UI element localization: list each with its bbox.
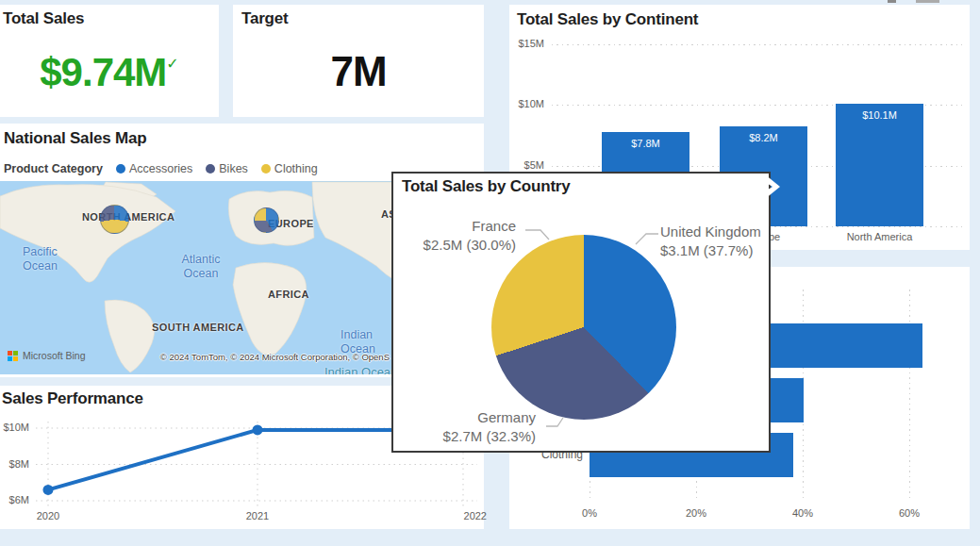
x-tick-label: 2020 xyxy=(25,510,72,521)
microsoft-logo-icon xyxy=(8,351,18,361)
bar-data-label: $7.8M xyxy=(602,138,689,149)
legend-item-bikes[interactable]: Bikes xyxy=(219,162,248,175)
x-tick-label: 20% xyxy=(673,507,720,519)
total-sales-value: $9.74M✓ xyxy=(0,50,219,95)
map-label-pacific-ocean: Pacific Ocean xyxy=(23,245,75,273)
y-tick-label: $6M xyxy=(0,494,29,505)
gridline xyxy=(552,44,962,45)
bing-logo[interactable]: Microsoft Bing xyxy=(8,350,86,361)
bar-data-label: $10.1M xyxy=(836,109,923,121)
map-label-south-america: SOUTH AMERICA xyxy=(152,322,244,333)
chevron-right-icon[interactable] xyxy=(764,173,783,203)
legend-dot-accessories xyxy=(116,164,125,174)
x-tick-label: 40% xyxy=(779,507,826,519)
x-tick-label: 0% xyxy=(566,507,613,519)
sales-map-title: National Sales Map xyxy=(4,129,146,148)
pie-slice-label-france: France$2.5M (30.0%) xyxy=(424,217,516,255)
visual-header-icon[interactable] xyxy=(916,0,939,3)
map-label-africa: AFRICA xyxy=(268,289,309,300)
dashboard-canvas: Total Sales $9.74M✓ Target 7M National S… xyxy=(0,0,980,546)
x-tick-label: 2021 xyxy=(234,510,281,521)
continent-bar-North America[interactable] xyxy=(836,104,923,226)
target-card[interactable]: Target 7M xyxy=(233,5,484,117)
map-label-indian-ocean-cropped: Indian Ocean xyxy=(324,365,397,374)
legend-dot-bikes xyxy=(206,164,215,174)
legend-item-accessories[interactable]: Accessories xyxy=(129,162,192,175)
bing-provider-label: Microsoft Bing xyxy=(23,350,86,361)
legend-dot-clothing xyxy=(261,164,271,174)
target-value: 7M xyxy=(233,48,484,95)
x-tick-label: 60% xyxy=(886,507,933,519)
goal-met-check-icon: ✓ xyxy=(166,56,178,72)
total-sales-title: Total Sales xyxy=(3,9,84,28)
map-pie-europe[interactable] xyxy=(254,207,279,233)
visual-header-icon[interactable] xyxy=(888,0,896,3)
map-legend: Product Category Accessories Bikes Cloth… xyxy=(4,162,318,175)
legend-item-clothing[interactable]: Clothing xyxy=(274,162,318,175)
bar-data-label: $8.2M xyxy=(720,132,807,143)
map-label-atlantic-ocean: Atlantic Ocean xyxy=(173,253,229,281)
y-tick-label: $15M xyxy=(509,38,544,49)
pie-slice-label-united-kingdom: United Kingdom$3.1M (37.7%) xyxy=(660,223,761,260)
country-pie-popup[interactable]: Total Sales by Country United Kingdom$3.… xyxy=(391,172,771,453)
x-category-label: North America xyxy=(798,231,961,242)
gridline xyxy=(909,290,910,500)
map-pie-north-america[interactable] xyxy=(100,205,129,234)
y-tick-label: $10M xyxy=(509,98,544,109)
total-sales-card[interactable]: Total Sales $9.74M✓ xyxy=(0,5,219,117)
map-attribution: © 2024 TomTom, © 2024 Microsoft Corporat… xyxy=(141,352,390,362)
y-tick-label: $5M xyxy=(509,159,544,171)
legend-title: Product Category xyxy=(4,162,103,175)
y-tick-label: $10M xyxy=(0,422,29,433)
y-tick-label: $8M xyxy=(0,458,29,470)
pie-slice-label-germany: Germany$2.7M (32.3%) xyxy=(443,408,536,446)
x-tick-label: 2022 xyxy=(440,510,487,521)
target-title: Target xyxy=(241,9,289,28)
